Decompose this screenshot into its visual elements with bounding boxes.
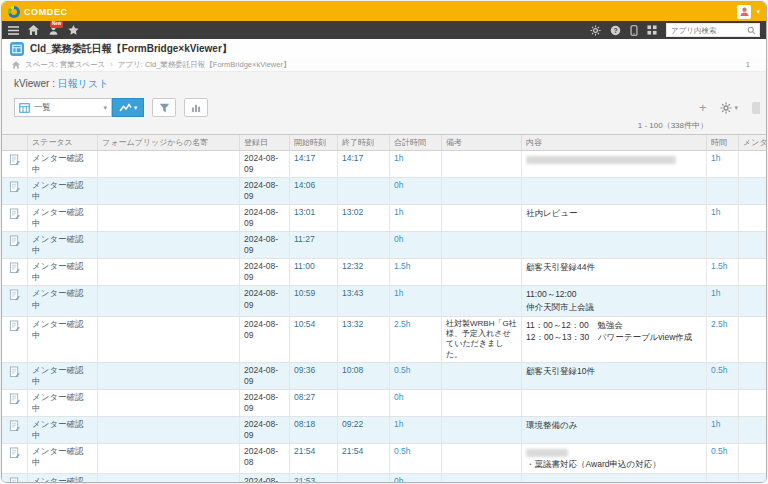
breadcrumb-app-link[interactable]: アプリ: Cld_業務委託日報【FormBridge×kViewer】	[118, 60, 291, 70]
record-icon[interactable]	[9, 393, 20, 405]
mobile-icon[interactable]	[630, 25, 638, 36]
end-cell: 21:54	[338, 444, 390, 473]
start-value: 10:54	[294, 319, 315, 329]
app-search-input[interactable]	[669, 25, 747, 36]
regdate-cell: 2024-08-09	[240, 232, 290, 258]
regdate-value: 2024-08-08	[244, 446, 278, 467]
table-row[interactable]: メンター確認中 2024-08-09 14:17 14:17 1h 1h	[2, 151, 766, 178]
record-icon[interactable]	[9, 181, 20, 193]
name-cell	[98, 178, 240, 204]
app-search-box[interactable]	[666, 23, 760, 37]
record-icon[interactable]	[9, 320, 20, 332]
home-icon[interactable]	[28, 25, 39, 35]
filter-button[interactable]	[152, 98, 176, 117]
settings-gear-icon[interactable]	[590, 25, 601, 36]
table-row[interactable]: メンター確認中 2024-08-09 11:00 12:32 1.5h 顧客天引…	[2, 259, 766, 286]
biko-cell	[442, 390, 522, 416]
table-row[interactable]: メンター確認中 2024-08-08 21:53 0h	[2, 474, 766, 482]
notifications-icon[interactable]: New	[48, 25, 59, 35]
regdate-value: 2024-08-09	[244, 207, 278, 228]
start-value: 08:18	[294, 419, 315, 429]
table-row[interactable]: メンター確認中 2024-08-08 21:54 21:54 0.5h ・稟議書…	[2, 444, 766, 474]
report-list-link[interactable]: 日報リスト	[58, 78, 109, 89]
name-cell	[98, 259, 240, 285]
record-icon[interactable]	[9, 447, 20, 459]
end-cell	[338, 390, 390, 416]
record-icon[interactable]	[9, 289, 20, 301]
favorites-star-icon[interactable]	[68, 25, 79, 35]
bar-chart-icon	[191, 103, 201, 113]
table-row[interactable]: メンター確認中 2024-08-09 08:18 09:22 1h 環境整備のみ…	[2, 417, 766, 444]
breadcrumb-home-icon[interactable]	[12, 61, 20, 69]
end-value: 12:32	[342, 261, 363, 271]
mentor-cell	[739, 363, 766, 389]
naiyou-cell: 11:00～12:00仲介天関市上会議	[522, 286, 707, 315]
app-icon[interactable]	[10, 42, 24, 56]
start-cell: 09:36	[290, 363, 338, 389]
naiyou-cell	[522, 390, 707, 416]
table-row[interactable]: メンター確認中 2024-08-09 10:54 13:32 2.5h 社対製W…	[2, 317, 766, 364]
table-view-icon	[19, 103, 30, 113]
biko-cell	[442, 232, 522, 258]
user-menu-chevron-icon[interactable]: ▾	[756, 8, 760, 15]
record-icon[interactable]	[9, 420, 20, 432]
gear-icon	[720, 102, 732, 114]
hours-value: 0.5h	[711, 446, 728, 456]
start-value: 21:54	[294, 446, 315, 456]
table-row[interactable]: メンター確認中 2024-08-09 11:27 0h	[2, 232, 766, 259]
apps-grid-icon[interactable]	[647, 25, 657, 35]
table-row[interactable]: メンター確認中 2024-08-09 10:59 13:43 1h 11:00～…	[2, 286, 766, 316]
total-value: 0h	[394, 392, 403, 402]
record-icon[interactable]	[9, 366, 20, 378]
table-row[interactable]: メンター確認中 2024-08-09 08:27 0h	[2, 390, 766, 417]
breadcrumb-space-link[interactable]: スペース: 営業スペース	[25, 60, 105, 70]
table-row[interactable]: メンター確認中 2024-08-09 09:36 10:08 0.5h 顧客天引…	[2, 363, 766, 390]
column-header-status: ステータス	[28, 135, 98, 150]
column-header-biko: 備考	[442, 135, 522, 150]
record-icon[interactable]	[9, 235, 20, 247]
hours-value: 1.5h	[711, 261, 728, 271]
mentor-cell	[739, 178, 766, 204]
record-icon-cell	[2, 151, 28, 177]
end-cell	[338, 474, 390, 482]
help-icon[interactable]: ?	[610, 25, 621, 36]
graph-button[interactable]: ▾	[112, 98, 144, 117]
hamburger-menu-icon[interactable]	[8, 26, 19, 35]
total-value: 0.5h	[394, 446, 411, 456]
name-cell	[98, 390, 240, 416]
record-icon[interactable]	[9, 477, 20, 482]
chart-button[interactable]	[184, 98, 208, 117]
table-row[interactable]: メンター確認中 2024-08-09 13:01 13:02 1h 社内レビュー…	[2, 205, 766, 232]
table-row[interactable]: メンター確認中 2024-08-09 14:06 0h	[2, 178, 766, 205]
regdate-value: 2024-08-09	[244, 288, 278, 309]
status-value: メンター確認中	[32, 392, 88, 414]
edge-control[interactable]	[752, 102, 760, 114]
add-record-button[interactable]: +	[699, 101, 707, 114]
record-icon[interactable]	[9, 154, 20, 166]
comdec-logo-icon	[8, 6, 20, 18]
end-value: 13:43	[342, 288, 363, 298]
name-cell	[98, 286, 240, 315]
total-value: 0h	[394, 234, 403, 244]
record-icon[interactable]	[9, 262, 20, 274]
mentor-cell	[739, 317, 766, 363]
end-cell: 12:32	[338, 259, 390, 285]
naiyou-cell: ・稟議書対応（Award申込の対応）	[522, 444, 707, 473]
name-cell	[98, 205, 240, 231]
user-avatar[interactable]	[737, 5, 751, 19]
regdate-value: 2024-08-09	[244, 180, 278, 201]
person-icon	[739, 6, 750, 17]
biko-value: 社対製WRBH「G社様、予定入れさせていただきました。	[446, 319, 517, 359]
status-cell: メンター確認中	[28, 474, 98, 482]
mentor-cell	[739, 205, 766, 231]
record-icon-cell	[2, 205, 28, 231]
biko-cell	[442, 286, 522, 315]
column-header-start: 開始時刻	[290, 135, 338, 150]
list-settings-button[interactable]: ▾	[720, 102, 738, 114]
end-value: 13:02	[342, 207, 363, 217]
record-icon[interactable]	[9, 208, 20, 220]
mentor-cell	[739, 474, 766, 482]
view-selector[interactable]: 一覧 ▾	[14, 98, 112, 117]
total-cell: 1.5h	[390, 259, 442, 285]
end-cell: 13:43	[338, 286, 390, 315]
